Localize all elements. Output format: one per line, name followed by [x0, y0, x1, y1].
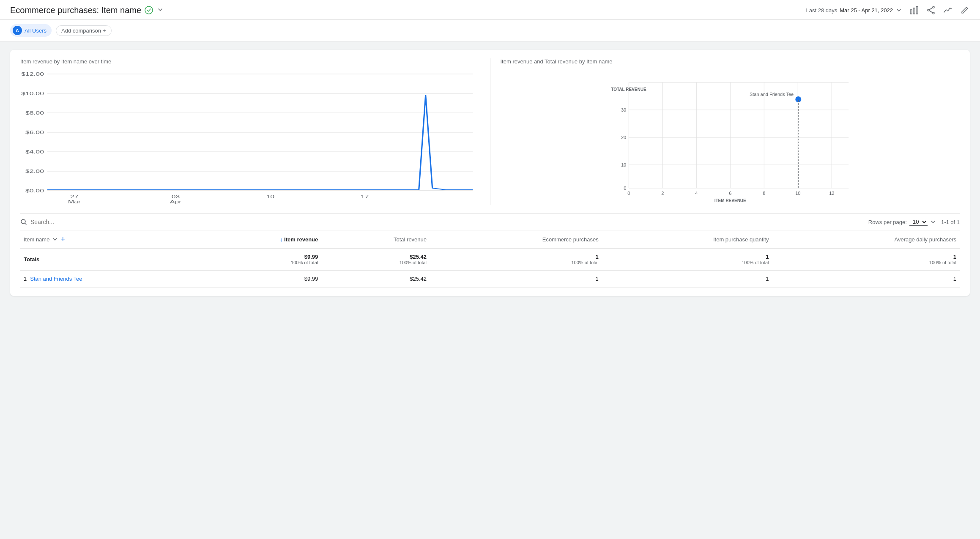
- svg-rect-1: [910, 10, 912, 14]
- row-item-purchase-qty: 1: [602, 271, 772, 287]
- svg-text:$4.00: $4.00: [25, 149, 44, 154]
- filter-bar: A All Users Add comparison +: [0, 20, 980, 41]
- col-sort-icon: [52, 236, 58, 242]
- ecommerce-purchases-header-label: Ecommerce purchases: [542, 236, 599, 243]
- svg-text:Apr: Apr: [170, 199, 181, 204]
- svg-rect-3: [916, 6, 918, 14]
- page-header: Ecommerce purchases: Item name Last 28 d…: [0, 0, 980, 20]
- svg-line-8: [929, 11, 933, 13]
- svg-text:$12.00: $12.00: [21, 71, 44, 77]
- totals-row: Totals $9.99 100% of total $25.42 100% o…: [20, 249, 960, 271]
- totals-avg-daily-purchasers: 1 100% of total: [772, 249, 960, 271]
- line-chart-section: Item revenue by Item name over time $12.…: [20, 58, 480, 205]
- svg-text:10: 10: [266, 194, 274, 199]
- page-title: Ecommerce purchases: Item name: [10, 5, 141, 15]
- table-row: 1 Stan and Friends Tee $9.99 $25.42 1 1 …: [20, 271, 960, 287]
- col-ecommerce-purchases[interactable]: Ecommerce purchases: [430, 230, 602, 249]
- svg-text:6: 6: [729, 191, 731, 196]
- date-range[interactable]: Last 28 days Mar 25 - Apr 21, 2022: [806, 7, 902, 14]
- table-header-row: Item name + ↓ Item revenue Total revenue: [20, 230, 960, 249]
- scatter-chart-container: TOTAL REVENUE: [501, 70, 960, 205]
- item-purchase-qty-header-label: Item purchase quantity: [713, 236, 769, 243]
- svg-text:8: 8: [763, 191, 765, 196]
- svg-point-5: [933, 12, 934, 14]
- sort-arrow-icon: ↓: [280, 236, 283, 243]
- totals-total-revenue: $25.42 100% of total: [321, 249, 430, 271]
- svg-text:$2.00: $2.00: [25, 169, 44, 174]
- charts-row: Item revenue by Item name over time $12.…: [20, 58, 960, 205]
- line-chart-container: $12.00 $10.00 $8.00 $6.00 $4.00 $2.00 $0…: [20, 70, 480, 205]
- add-comparison-label: Add comparison: [61, 27, 101, 34]
- totals-item-purchase-qty: 1 100% of total: [602, 249, 772, 271]
- rows-per-page-label: Rows per page:: [868, 219, 907, 225]
- svg-text:10: 10: [621, 162, 626, 167]
- svg-text:12: 12: [829, 191, 834, 196]
- svg-line-56: [25, 223, 26, 224]
- svg-rect-2: [913, 8, 915, 14]
- item-revenue-header-label: Item revenue: [284, 236, 318, 243]
- svg-text:0: 0: [627, 191, 630, 196]
- col-item-purchase-qty[interactable]: Item purchase quantity: [602, 230, 772, 249]
- col-avg-daily-purchasers[interactable]: Average daily purchasers: [772, 230, 960, 249]
- search-icon: [20, 219, 27, 225]
- user-avatar: A: [13, 26, 22, 35]
- chart-icon[interactable]: [909, 5, 919, 15]
- add-column-button[interactable]: +: [60, 235, 65, 243]
- share-icon[interactable]: [926, 5, 936, 15]
- row-index: 1: [24, 276, 27, 282]
- svg-text:17: 17: [361, 194, 369, 199]
- search-input[interactable]: [30, 219, 115, 225]
- col-total-revenue[interactable]: Total revenue: [321, 230, 430, 249]
- row-avg-daily-purchasers: 1: [772, 271, 960, 287]
- header-right: Last 28 days Mar 25 - Apr 21, 2022: [806, 5, 970, 15]
- totals-label: Totals: [20, 249, 199, 271]
- rows-dropdown-icon: [930, 219, 936, 225]
- title-dropdown-icon[interactable]: [156, 6, 164, 15]
- insights-icon[interactable]: [943, 5, 953, 15]
- total-revenue-header-label: Total revenue: [394, 236, 427, 243]
- svg-text:0: 0: [624, 186, 626, 191]
- edit-icon[interactable]: [960, 5, 970, 15]
- svg-text:27: 27: [70, 194, 79, 199]
- svg-text:$0.00: $0.00: [25, 188, 44, 193]
- table-toolbar: Rows per page: 10 25 50 1-1 of 1: [20, 213, 960, 230]
- svg-text:10: 10: [795, 191, 800, 196]
- rows-per-page-select[interactable]: 10 25 50: [909, 218, 928, 226]
- header-icons: [909, 5, 970, 15]
- svg-point-4: [933, 6, 934, 8]
- col-item-revenue[interactable]: ↓ Item revenue: [199, 230, 321, 249]
- table-section: Rows per page: 10 25 50 1-1 of 1: [20, 213, 960, 287]
- date-range-label: Last 28 days: [806, 7, 838, 14]
- add-comparison-button[interactable]: Add comparison +: [56, 25, 112, 36]
- row-item-name-link[interactable]: Stan and Friends Tee: [30, 276, 82, 282]
- svg-text:$6.00: $6.00: [25, 130, 44, 135]
- date-range-value: Mar 25 - Apr 21, 2022: [840, 7, 893, 14]
- svg-text:2: 2: [661, 191, 664, 196]
- svg-text:$8.00: $8.00: [25, 110, 44, 115]
- totals-ecommerce-purchases: 1 100% of total: [430, 249, 602, 271]
- svg-line-7: [929, 8, 933, 10]
- charts-card: Item revenue by Item name over time $12.…: [10, 50, 970, 296]
- chart-divider: [490, 58, 490, 205]
- add-comparison-icon: +: [103, 27, 106, 34]
- all-users-chip[interactable]: A All Users: [10, 24, 52, 37]
- row-item-revenue: $9.99: [199, 271, 321, 287]
- status-check-icon: [145, 6, 153, 14]
- scatter-chart-section: Item revenue and Total revenue by Item n…: [501, 58, 960, 205]
- row-index-and-name: 1 Stan and Friends Tee: [20, 271, 199, 287]
- line-chart-title: Item revenue by Item name over time: [20, 58, 480, 65]
- main-content: Item revenue by Item name over time $12.…: [0, 41, 980, 304]
- search-box[interactable]: [20, 219, 115, 225]
- svg-text:Mar: Mar: [68, 199, 81, 204]
- svg-text:4: 4: [695, 191, 698, 196]
- header-left: Ecommerce purchases: Item name: [10, 5, 164, 15]
- row-total-revenue: $25.42: [321, 271, 430, 287]
- rows-per-page: Rows per page: 10 25 50: [868, 218, 936, 226]
- row-ecommerce-purchases: 1: [430, 271, 602, 287]
- item-name-header-label: Item name: [24, 236, 49, 243]
- col-item-name[interactable]: Item name +: [20, 230, 199, 249]
- svg-text:$10.00: $10.00: [21, 91, 44, 96]
- date-dropdown-icon: [895, 7, 902, 14]
- svg-point-6: [928, 9, 929, 11]
- svg-text:30: 30: [621, 107, 626, 112]
